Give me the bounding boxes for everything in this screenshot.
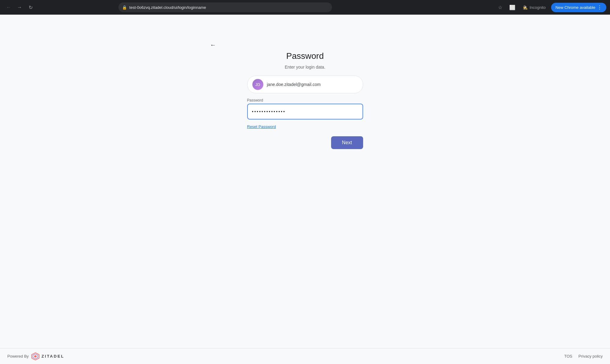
address-bar[interactable]: 🔒 test-0o6zvq.zitadel.cloud/ui/login/log…	[118, 2, 332, 12]
tos-link[interactable]: TOS	[564, 354, 572, 359]
reload-button[interactable]: ↻	[26, 2, 35, 12]
browser-actions: ☆ ⬜ 🕵 Incognito New Chrome available ⋮	[495, 2, 606, 12]
privacy-link[interactable]: Privacy policy	[579, 354, 603, 359]
back-button[interactable]: ←	[4, 2, 13, 12]
zitadel-logo-text: ZITADEL	[42, 354, 64, 359]
page-content: ← Password Enter your login data. JD jan…	[0, 15, 610, 348]
zitadel-logo-icon	[31, 352, 40, 361]
footer-links: TOS Privacy policy	[564, 354, 603, 359]
tab-button[interactable]: ⬜	[507, 2, 517, 12]
avatar: JD	[252, 79, 263, 90]
powered-by: Powered By ZITADEL	[7, 352, 64, 361]
url-text: test-0o6zvq.zitadel.cloud/ui/login/login…	[129, 5, 328, 10]
forward-button[interactable]: →	[15, 2, 24, 12]
incognito-button[interactable]: 🕵 Incognito	[520, 4, 549, 11]
page-subtitle: Enter your login data.	[285, 65, 325, 70]
zitadel-logo: ZITADEL	[31, 352, 64, 361]
browser-chrome: ← → ↻ 🔒 test-0o6zvq.zitadel.cloud/ui/log…	[0, 0, 610, 15]
user-display: JD jane.doe.zitadel@gmail.com	[247, 76, 363, 93]
nav-buttons: ← → ↻	[4, 2, 35, 12]
password-input[interactable]	[247, 104, 363, 120]
reset-password-link[interactable]: Reset Password	[247, 124, 276, 129]
incognito-label: Incognito	[529, 5, 546, 10]
password-label: Password	[247, 98, 363, 102]
incognito-icon: 🕵	[523, 5, 528, 10]
bookmark-button[interactable]: ☆	[495, 2, 505, 12]
back-to-login-button[interactable]: ←	[208, 39, 218, 51]
powered-by-label: Powered By	[7, 354, 29, 359]
new-chrome-button[interactable]: New Chrome available ⋮	[551, 3, 606, 12]
page-title: Password	[286, 51, 324, 61]
user-email: jane.doe.zitadel@gmail.com	[267, 82, 321, 87]
lock-icon: 🔒	[122, 5, 127, 10]
login-card: Password Enter your login data. JD jane.…	[247, 51, 363, 149]
next-button[interactable]: Next	[331, 136, 363, 149]
three-dots-icon: ⋮	[597, 5, 602, 10]
password-form-group: Password	[247, 98, 363, 120]
svg-marker-2	[34, 355, 37, 358]
new-chrome-label: New Chrome available	[555, 5, 595, 10]
page-footer: Powered By ZITADEL TOS Privacy policy	[0, 348, 610, 364]
